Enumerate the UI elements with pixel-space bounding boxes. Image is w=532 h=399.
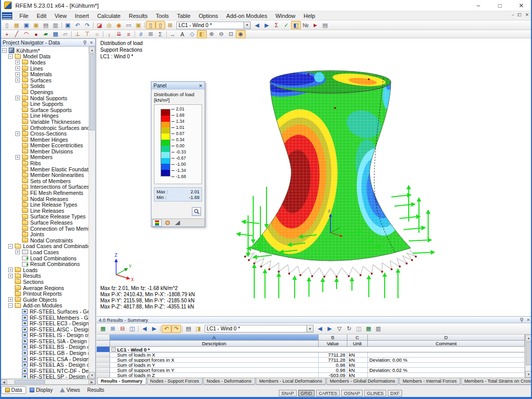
nodal-support-button[interactable]: ⊥ xyxy=(73,30,82,38)
line-support-button[interactable]: ⊤ xyxy=(82,30,92,38)
tree-item[interactable]: Sections xyxy=(1,279,88,285)
tree-item[interactable]: Line Supports xyxy=(1,101,88,107)
results-tab-members-global-deformations[interactable]: Members - Global Deformations xyxy=(326,378,399,385)
layers-button[interactable]: ▣ xyxy=(134,21,143,29)
filter-cells-button[interactable]: ◨ xyxy=(193,325,203,333)
results-load-case-dropdown[interactable]: LC1 - Wind 0 * xyxy=(205,325,307,332)
export-table-button[interactable]: ▦ xyxy=(98,325,108,333)
tree-item[interactable]: + Materials xyxy=(1,71,88,77)
result-values-button[interactable]: № xyxy=(301,21,311,29)
show-results-button[interactable]: ◧ xyxy=(291,21,301,29)
opening-tool-button[interactable]: ▱ xyxy=(60,30,70,38)
tree-item[interactable]: Nodal Constraints xyxy=(1,237,88,243)
open-file-button[interactable]: ▦ xyxy=(12,21,21,29)
copy-button[interactable]: ▣ xyxy=(63,21,73,29)
view-columns-button[interactable]: ◫ xyxy=(127,325,137,333)
flag-button[interactable]: ► xyxy=(311,21,320,29)
load-case-dropdown[interactable]: LC1 - Wind 0 * xyxy=(176,21,244,29)
menu-results[interactable]: Results xyxy=(125,12,152,19)
select-button[interactable]: + xyxy=(2,30,12,38)
pin-icon[interactable] xyxy=(83,40,87,45)
table-toggle-button[interactable]: ▯ xyxy=(156,21,165,29)
previous-load-case-button[interactable]: ◀ xyxy=(315,325,325,333)
navigator-toggle-button[interactable]: ▯ xyxy=(146,21,156,29)
tree-expander[interactable]: + xyxy=(15,155,20,160)
tree-item[interactable]: Average Regions xyxy=(1,285,88,291)
menu-window[interactable]: Window xyxy=(271,12,299,19)
mdi-minimize-button[interactable]: − xyxy=(512,12,514,18)
snap-toggle[interactable]: SNAP xyxy=(279,390,297,396)
area-load-button[interactable]: ≡ xyxy=(124,30,134,38)
grid-toggle[interactable]: GRID xyxy=(298,390,315,396)
calculation-button[interactable]: Σ xyxy=(272,21,281,29)
osnap-toggle[interactable]: OSNAP xyxy=(341,390,363,396)
table-row[interactable]: Sum of loads in X 7711.28 kN xyxy=(97,352,525,358)
rotate-back-button[interactable]: ↶ xyxy=(162,325,171,333)
add-row-button[interactable]: ⊞ xyxy=(108,325,118,333)
column-letter-c[interactable]: C xyxy=(347,335,368,341)
tree-expander[interactable]: + xyxy=(15,60,20,64)
navigator-horizontal-scrollbar[interactable]: ◀ ▶ xyxy=(0,379,96,385)
arc-tool-button[interactable]: ◠ xyxy=(21,30,31,38)
save-as-button[interactable]: ▣ xyxy=(31,21,41,29)
sum-rows-button[interactable]: ▤ xyxy=(184,325,193,333)
excel-export-button[interactable]: ▦ xyxy=(364,325,373,333)
mdi-restore-button[interactable]: ⧠ xyxy=(518,12,521,18)
tree-item[interactable]: RF-STEEL AS - Design of steel mer xyxy=(1,362,88,368)
tree-item[interactable]: − Model Data xyxy=(1,54,88,60)
zoom-region-button[interactable]: ◎ xyxy=(104,21,114,29)
undo-button[interactable]: ↶ xyxy=(73,21,82,29)
chevron-down-icon[interactable]: ▾ xyxy=(307,325,314,332)
group-row[interactable]: −LC1 - Wind 0 * xyxy=(97,347,525,352)
line-load-button[interactable]: ⇊ xyxy=(114,30,124,38)
results-tab-members-local-deformations[interactable]: Members - Local Deformations xyxy=(256,378,326,385)
tree-item[interactable]: Solids xyxy=(1,83,88,90)
check-model-button[interactable]: ✓ xyxy=(281,21,291,29)
results-tab-nodes-support-forces[interactable]: Nodes - Support Forces xyxy=(147,378,203,385)
chevron-down-icon[interactable]: ▾ xyxy=(244,21,251,29)
minimize-button[interactable]: – xyxy=(468,0,489,11)
comment-button[interactable]: ▭ xyxy=(124,21,134,29)
tree-item[interactable]: Member Hinges xyxy=(1,137,88,143)
tree-item[interactable]: Member Divisions xyxy=(1,148,88,154)
legend-panel[interactable]: Panel ✕ Distribution of load [kN/m²] 2.0… xyxy=(151,81,205,227)
print-preview-button[interactable]: ▥ xyxy=(51,21,60,29)
tree-item[interactable]: RF-STEEL SIA - Design of steel me xyxy=(1,338,88,344)
tree-expander[interactable]: + xyxy=(8,297,13,302)
mesh-settings-button[interactable]: ⊞ xyxy=(146,30,156,38)
tree-item[interactable]: Ribs xyxy=(1,160,88,166)
tree-item[interactable]: RF-STEEL EC3 - Design of steel me xyxy=(1,320,88,326)
tree-item[interactable]: Openings xyxy=(1,89,88,95)
menu-calculate[interactable]: Calculate xyxy=(93,12,125,19)
table-row[interactable]: Sum of loads in Y 0.98 kN xyxy=(97,363,525,368)
tree-expander[interactable]: + xyxy=(15,131,20,136)
panel-zoom-button[interactable] xyxy=(192,207,201,216)
navigator-tab-data[interactable]: Data xyxy=(1,386,26,394)
tree-expander[interactable]: − xyxy=(2,48,7,53)
tree-item[interactable]: Member Nonlinearities xyxy=(1,172,88,178)
table-row[interactable]: Sum of loads in Z -503.09 kN xyxy=(97,373,525,378)
print-graphic-button[interactable]: ▤ xyxy=(320,21,330,29)
next-load-case-button[interactable]: ▶ xyxy=(325,325,335,333)
tree-item[interactable]: + Surfaces xyxy=(1,77,88,83)
menu-file[interactable]: File xyxy=(15,12,33,19)
tree-item[interactable]: Orthotropic Surfaces and Membra xyxy=(1,125,88,131)
table-row[interactable]: Sum of support forces in X 7711.28 kN De… xyxy=(97,358,525,363)
scroll-down-icon[interactable]: ▼ xyxy=(89,372,95,379)
tree-item[interactable]: + Load Cases xyxy=(1,249,88,255)
results-tab-summary[interactable]: Results - Summary xyxy=(97,378,146,385)
tree-item[interactable]: − Kühlturm* xyxy=(1,48,88,54)
next-table-button[interactable]: ▶ xyxy=(149,325,159,333)
tree-item[interactable]: + Cross-Sections xyxy=(1,130,88,137)
tree-item[interactable]: + Results xyxy=(1,273,88,279)
navigator-tab-results[interactable]: Results xyxy=(83,387,107,393)
tree-item[interactable]: Connection of Two Members xyxy=(1,226,88,232)
filter-button[interactable]: ▽ xyxy=(335,325,344,333)
glines-toggle[interactable]: GLINES xyxy=(364,390,386,396)
zoom-in-button[interactable]: ⊕ xyxy=(207,30,216,38)
navigator-close-icon[interactable]: ✕ xyxy=(90,40,93,45)
panel-tab-factors[interactable] xyxy=(163,219,172,227)
results-tab-members-internal-forces[interactable]: Members - Internal Forces xyxy=(399,378,460,385)
tree-item[interactable]: RF-STEEL BS - Design of steel men xyxy=(1,344,88,350)
tree-item[interactable]: Load Combinations xyxy=(1,255,88,261)
